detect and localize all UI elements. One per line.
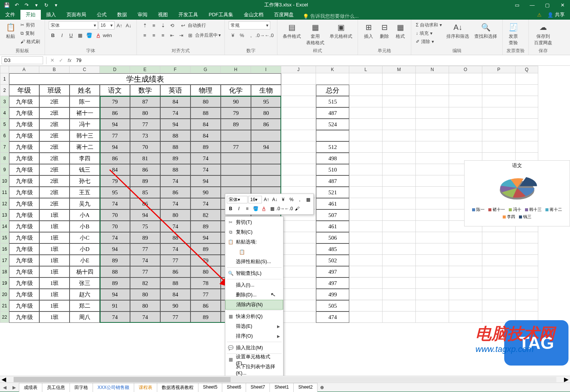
cell-blank[interactable] xyxy=(516,289,538,300)
data-cell[interactable]: 2班 xyxy=(39,164,70,175)
qat-more2-icon[interactable]: ▾ xyxy=(52,1,60,9)
redo-icon[interactable]: ↷ xyxy=(23,1,30,9)
header-cell[interactable]: 化学 xyxy=(221,85,251,96)
data-cell[interactable]: 81 xyxy=(130,153,160,164)
cell-blank[interactable] xyxy=(383,266,416,277)
data-cell[interactable]: 74 xyxy=(160,198,191,209)
data-cell[interactable]: 王五 xyxy=(70,187,100,198)
row-header-14[interactable]: 14 xyxy=(0,221,9,232)
data-cell[interactable]: 九年级 xyxy=(9,300,39,311)
data-cell[interactable]: 1班 xyxy=(39,255,70,266)
data-cell[interactable]: 89 xyxy=(191,243,221,255)
delete-cells-button[interactable]: ⊟删除 xyxy=(378,21,391,40)
data-cell[interactable]: 94 xyxy=(191,232,221,243)
sheet-tab[interactable]: 数据透视表教程 xyxy=(157,383,198,392)
data-cell[interactable]: 79 xyxy=(100,96,130,107)
cm-smart-lookup[interactable]: 🔍智能查找(L) xyxy=(225,268,283,278)
data-cell[interactable]: 94 xyxy=(130,209,160,221)
data-cell[interactable]: 461 xyxy=(316,198,349,209)
cell-blank[interactable] xyxy=(416,96,449,107)
cell-blank[interactable] xyxy=(349,130,383,141)
cell-blank[interactable] xyxy=(383,209,416,221)
mini-format-painter-icon[interactable]: 🖌 xyxy=(293,205,301,212)
tab-data[interactable]: 数据 xyxy=(112,10,132,20)
col-header-O[interactable]: O xyxy=(449,66,482,73)
sheet-tab[interactable]: Sheet1 xyxy=(270,383,294,392)
data-cell[interactable]: 74 xyxy=(100,311,130,323)
data-cell[interactable]: 91 xyxy=(100,300,130,311)
row-header-12[interactable]: 12 xyxy=(0,198,9,209)
data-cell[interactable]: 507 xyxy=(316,209,349,221)
cell-blank[interactable] xyxy=(349,175,383,187)
fill-color-button[interactable]: 🪣 xyxy=(85,31,93,39)
cut-button[interactable]: ✂剪切 xyxy=(20,21,41,29)
data-cell[interactable]: 小B xyxy=(70,221,100,232)
tell-me[interactable]: 💡告诉我您想要做什么... xyxy=(303,13,359,20)
cell-blank[interactable] xyxy=(416,311,449,323)
mini-font-combo[interactable]: 宋体▾ xyxy=(227,196,248,203)
title-cell[interactable]: 学生成绩表 xyxy=(9,73,281,85)
data-cell[interactable]: 95 xyxy=(100,187,130,198)
name-box[interactable] xyxy=(2,56,43,64)
data-cell[interactable]: 杨十四 xyxy=(70,266,100,277)
cell-blank[interactable] xyxy=(281,141,316,153)
data-cell[interactable]: 70 xyxy=(100,209,130,221)
col-header-K[interactable]: K xyxy=(316,66,349,73)
data-cell[interactable]: 461 xyxy=(316,221,349,232)
cell-blank[interactable] xyxy=(383,73,416,85)
header-cell[interactable]: 总分 xyxy=(316,85,349,96)
cell-blank[interactable] xyxy=(349,198,383,209)
row-header-21[interactable]: 21 xyxy=(0,300,9,311)
data-cell[interactable]: 79 xyxy=(100,175,130,187)
cell-blank[interactable] xyxy=(383,198,416,209)
data-cell[interactable]: 505 xyxy=(316,300,349,311)
cell-blank[interactable] xyxy=(449,300,482,311)
data-cell[interactable]: 1班 xyxy=(39,289,70,300)
data-cell[interactable]: 九年级 xyxy=(9,175,39,187)
cell-blank[interactable] xyxy=(482,255,516,266)
data-cell[interactable]: 89 xyxy=(100,255,130,266)
qat-more-icon[interactable]: ↻ xyxy=(42,1,50,9)
data-cell[interactable]: 77 xyxy=(130,243,160,255)
cell-blank[interactable] xyxy=(449,311,482,323)
cell-blank[interactable] xyxy=(349,119,383,130)
cell-blank[interactable] xyxy=(349,311,383,323)
cell-blank[interactable] xyxy=(516,96,538,107)
cell-blank[interactable] xyxy=(281,266,316,277)
mini-bold-icon[interactable]: B xyxy=(227,205,234,212)
cell-blank[interactable] xyxy=(516,277,538,289)
data-cell[interactable]: 87 xyxy=(130,96,160,107)
cell-blank[interactable] xyxy=(349,153,383,164)
data-cell[interactable]: 77 xyxy=(221,141,251,153)
data-cell[interactable]: 1班 xyxy=(39,243,70,255)
save-icon[interactable]: 💾 xyxy=(3,1,11,9)
data-cell[interactable]: 89 xyxy=(160,153,191,164)
cell-blank[interactable] xyxy=(416,175,449,187)
cell-blank[interactable] xyxy=(383,175,416,187)
currency-icon[interactable]: ¥ xyxy=(229,31,237,39)
data-cell[interactable]: 94 xyxy=(251,141,281,153)
cell-blank[interactable] xyxy=(516,232,538,243)
cm-filter[interactable]: 筛选(E)▶ xyxy=(225,321,283,331)
cell-blank[interactable] xyxy=(449,130,482,141)
header-cell[interactable]: 年级 xyxy=(9,85,39,96)
data-cell[interactable]: 88 xyxy=(160,141,191,153)
col-header-B[interactable]: B xyxy=(39,66,70,73)
cell-blank[interactable] xyxy=(516,266,538,277)
data-cell[interactable]: 77 xyxy=(191,289,221,300)
data-cell[interactable]: 九年级 xyxy=(9,243,39,255)
share-button[interactable]: ⚠ 👤共享 xyxy=(532,10,570,20)
cm-dropdown-pick[interactable]: 从下拉列表中选择(K)... xyxy=(225,364,283,374)
data-cell[interactable]: 80 xyxy=(160,209,191,221)
data-cell[interactable]: 74 xyxy=(160,243,191,255)
data-cell[interactable] xyxy=(251,175,281,187)
mini-border2-icon[interactable]: ▦ xyxy=(304,196,312,203)
data-cell[interactable]: 84 xyxy=(100,164,130,175)
sheet-tab[interactable]: Sheet6 xyxy=(222,383,246,392)
formula-bar[interactable]: 79 xyxy=(74,57,570,63)
cell-blank[interactable] xyxy=(416,255,449,266)
data-cell[interactable]: 88 xyxy=(191,107,221,119)
cell-blank[interactable] xyxy=(383,311,416,323)
cell-blank[interactable] xyxy=(482,119,516,130)
data-cell[interactable]: 90 xyxy=(221,96,251,107)
